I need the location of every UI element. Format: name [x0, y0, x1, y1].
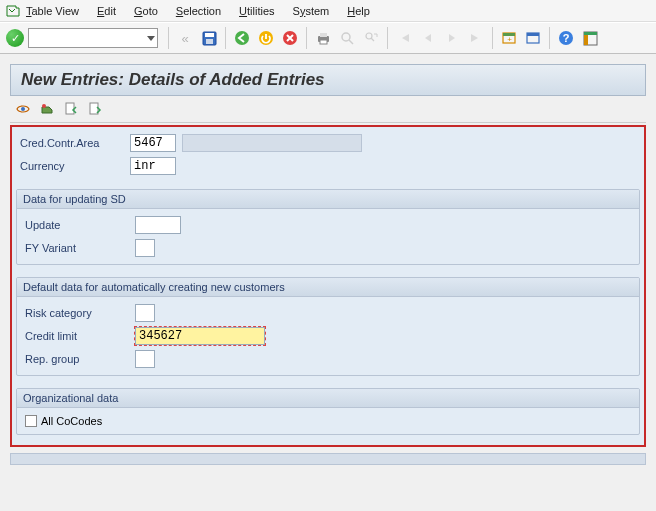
svg-rect-21: [584, 32, 597, 35]
section-org-data: Organizational data All CoCodes: [16, 388, 640, 435]
standard-toolbar: ✓ « + ?: [0, 22, 656, 54]
cancel-red-icon[interactable]: [279, 27, 301, 49]
svg-point-9: [342, 33, 350, 41]
save-icon[interactable]: [198, 27, 220, 49]
rep-group-input[interactable]: [135, 350, 155, 368]
svg-text:?: ?: [563, 32, 570, 44]
layout-menu-icon[interactable]: [579, 27, 601, 49]
update-label: Update: [25, 219, 135, 231]
menu-dropdown-icon[interactable]: [6, 4, 20, 18]
toolbar-separator: [549, 27, 550, 49]
find-icon: [336, 27, 358, 49]
risk-category-input[interactable]: [135, 304, 155, 322]
page-title: New Entries: Details of Added Entries: [10, 64, 646, 96]
help-icon[interactable]: ?: [555, 27, 577, 49]
application-toolbar: [10, 96, 646, 123]
create-session-icon[interactable]: +: [498, 27, 520, 49]
menu-utilities[interactable]: Utilities: [239, 5, 274, 17]
currency-input[interactable]: [130, 157, 176, 175]
fy-variant-input[interactable]: [135, 239, 155, 257]
generate-shortcut-icon[interactable]: [522, 27, 544, 49]
update-input[interactable]: [135, 216, 181, 234]
svg-line-12: [371, 38, 374, 41]
risk-category-label: Risk category: [25, 307, 135, 319]
rep-group-label: Rep. group: [25, 353, 135, 365]
cred-contr-area-desc: [182, 134, 362, 152]
svg-point-23: [21, 107, 25, 111]
toggle-display-change-icon[interactable]: [14, 100, 32, 118]
exit-yellow-icon[interactable]: [255, 27, 277, 49]
next-entry-icon[interactable]: [86, 100, 104, 118]
svg-rect-22: [584, 35, 588, 45]
section-org-data-title: Organizational data: [17, 389, 639, 408]
print-icon[interactable]: [312, 27, 334, 49]
next-page-icon: [441, 27, 463, 49]
menu-help[interactable]: Help: [347, 5, 370, 17]
menu-selection[interactable]: Selection: [176, 5, 221, 17]
all-cocodes-checkbox[interactable]: [25, 415, 37, 427]
currency-label: Currency: [20, 160, 130, 172]
svg-rect-2: [206, 39, 213, 44]
credit-limit-label: Credit limit: [25, 330, 135, 342]
section-updating-sd: Data for updating SD Update FY Variant: [16, 189, 640, 265]
svg-rect-8: [320, 40, 327, 44]
last-page-icon: [465, 27, 487, 49]
toolbar-separator: [306, 27, 307, 49]
delimit-icon[interactable]: [38, 100, 56, 118]
toolbar-separator: [168, 27, 169, 49]
section-default-data: Default data for automatically creating …: [16, 277, 640, 376]
all-cocodes-label: All CoCodes: [41, 415, 102, 427]
chevron-down-icon: [147, 36, 155, 41]
svg-line-10: [349, 40, 353, 44]
enter-icon[interactable]: ✓: [6, 29, 24, 47]
fy-variant-label: FY Variant: [25, 242, 135, 254]
svg-text:+: +: [507, 35, 512, 44]
svg-rect-17: [527, 33, 539, 36]
svg-point-24: [42, 104, 46, 108]
first-page-icon: [393, 27, 415, 49]
back-green-icon[interactable]: [231, 27, 253, 49]
find-next-icon: [360, 27, 382, 49]
svg-point-3: [235, 31, 249, 45]
menu-edit[interactable]: Edit: [97, 5, 116, 17]
footer-strip: [10, 453, 646, 465]
toolbar-separator: [387, 27, 388, 49]
section-updating-sd-title: Data for updating SD: [17, 190, 639, 209]
cred-contr-area-label: Cred.Contr.Area: [20, 137, 130, 149]
credit-limit-input[interactable]: [135, 327, 265, 345]
form-panel: Cred.Contr.Area Currency Data for updati…: [10, 125, 646, 447]
command-field[interactable]: [28, 28, 158, 48]
toolbar-separator: [225, 27, 226, 49]
svg-rect-1: [205, 33, 214, 37]
section-default-data-title: Default data for automatically creating …: [17, 278, 639, 297]
svg-rect-25: [66, 103, 74, 114]
menu-system[interactable]: System: [293, 5, 330, 17]
menu-goto[interactable]: Goto: [134, 5, 158, 17]
prev-page-icon: [417, 27, 439, 49]
back-icon[interactable]: «: [174, 27, 196, 49]
menu-table-view[interactable]: Table View: [26, 5, 79, 17]
toolbar-separator: [492, 27, 493, 49]
menu-bar: Table View Edit Goto Selection Utilities…: [0, 0, 656, 22]
svg-rect-7: [320, 33, 327, 37]
prev-entry-icon[interactable]: [62, 100, 80, 118]
cred-contr-area-input[interactable]: [130, 134, 176, 152]
